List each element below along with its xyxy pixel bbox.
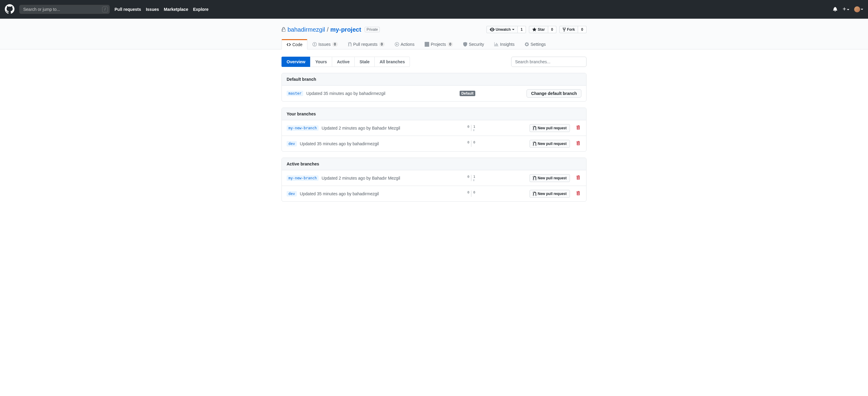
eye-icon xyxy=(490,27,495,32)
active-branches-header: Active branches xyxy=(282,158,586,170)
tab-security[interactable]: Security xyxy=(458,39,489,49)
search-wrap: / xyxy=(19,5,110,14)
subnav-overview[interactable]: Overview xyxy=(281,57,310,67)
nav-pull-requests[interactable]: Pull requests xyxy=(115,7,141,12)
repo-head: bahadirmezgil / my-project Private Unwat… xyxy=(0,19,868,50)
branch-row-master: master Updated 35 minutes ago by bahadir… xyxy=(282,86,586,101)
tab-pull-requests[interactable]: Pull requests 0 xyxy=(343,39,390,49)
subnav-all[interactable]: All branches xyxy=(374,57,410,67)
nav-issues[interactable]: Issues xyxy=(146,7,159,12)
branch-row: devUpdated 35 minutes ago by bahadirmezg… xyxy=(282,136,586,151)
branch-row: devUpdated 35 minutes ago by bahadirmezg… xyxy=(282,186,586,201)
repo-name-link[interactable]: my-project xyxy=(330,26,361,33)
tab-projects[interactable]: Projects 0 xyxy=(420,39,458,49)
behind-count: 0 xyxy=(467,190,470,194)
fork-button[interactable]: Fork xyxy=(559,26,578,33)
pr-icon xyxy=(533,141,536,146)
graph-icon xyxy=(494,42,498,47)
branch-name-link[interactable]: dev xyxy=(287,191,297,196)
fork-group: Fork 0 xyxy=(559,26,587,33)
tab-issues-label: Issues xyxy=(318,42,330,47)
star-button[interactable]: Star xyxy=(529,26,548,33)
change-default-branch-button[interactable]: Change default branch xyxy=(527,89,581,98)
branch-name-link[interactable]: dev xyxy=(287,141,297,147)
trash-icon xyxy=(577,141,580,146)
watch-count[interactable]: 1 xyxy=(518,26,526,33)
branch-search-input[interactable] xyxy=(511,57,587,67)
star-count[interactable]: 0 xyxy=(548,26,557,33)
tab-insights[interactable]: Insights xyxy=(489,39,520,49)
branch-name-link[interactable]: my-new-branch xyxy=(287,125,318,131)
ahead-count: 1 xyxy=(473,175,475,179)
repo-tabs: Code Issues 0 Pull requests 0 Actions Pr… xyxy=(281,39,587,49)
tab-issues[interactable]: Issues 0 xyxy=(307,39,343,49)
subnav-stale[interactable]: Stale xyxy=(354,57,375,67)
pr-icon xyxy=(348,42,352,47)
pr-icon xyxy=(533,126,536,130)
pr-icon xyxy=(533,191,536,196)
star-label: Star xyxy=(538,27,545,32)
slash-shortcut-badge: / xyxy=(102,7,108,12)
delete-branch-button[interactable] xyxy=(575,189,581,198)
trash-icon xyxy=(577,175,580,180)
ahead-count: 0 xyxy=(473,141,475,144)
trash-icon xyxy=(577,125,580,130)
create-new-dropdown[interactable] xyxy=(842,7,849,12)
default-badge: Default xyxy=(460,91,475,96)
repo-owner-link[interactable]: bahadirmezgil xyxy=(287,26,325,33)
default-branch-box: Default branch master Updated 35 minutes… xyxy=(281,73,587,101)
tab-insights-label: Insights xyxy=(500,42,515,47)
unwatch-button[interactable]: Unwatch xyxy=(487,26,518,33)
active-branches-box: Active branches my-new-branchUpdated 2 m… xyxy=(281,158,587,202)
delete-branch-button[interactable] xyxy=(575,140,581,148)
issue-icon xyxy=(313,42,317,47)
fork-icon xyxy=(563,27,566,32)
branch-name-link[interactable]: master xyxy=(287,91,303,96)
nav-marketplace[interactable]: Marketplace xyxy=(164,7,188,12)
repo-title: bahadirmezgil / my-project Private xyxy=(281,26,380,33)
pr-icon xyxy=(533,176,536,181)
ahead-behind-widget: 01 xyxy=(467,125,475,131)
tab-code[interactable]: Code xyxy=(281,39,307,50)
user-avatar xyxy=(854,6,860,12)
tab-actions[interactable]: Actions xyxy=(390,39,420,49)
plus-icon xyxy=(842,7,846,11)
global-search-input[interactable] xyxy=(19,5,110,14)
tab-settings[interactable]: Settings xyxy=(520,39,551,49)
trash-icon xyxy=(577,191,580,195)
ahead-behind-widget: 00 xyxy=(467,190,475,197)
watch-label: Unwatch xyxy=(496,27,511,32)
github-logo[interactable] xyxy=(5,4,14,15)
fork-count[interactable]: 0 xyxy=(578,26,587,33)
main-content: Overview Yours Active Stale All branches… xyxy=(281,50,587,215)
gear-icon xyxy=(525,42,529,47)
delete-branch-button[interactable] xyxy=(575,124,581,132)
ahead-count: 1 xyxy=(473,125,475,129)
new-pull-request-button[interactable]: New pull request xyxy=(530,140,570,148)
tab-prs-label: Pull requests xyxy=(353,42,378,47)
subnav-yours[interactable]: Yours xyxy=(310,57,332,67)
default-branch-header: Default branch xyxy=(282,73,586,86)
branch-meta: Updated 2 minutes ago by Bahadır Mezgil xyxy=(321,176,400,181)
tab-projects-label: Projects xyxy=(431,42,446,47)
behind-count: 0 xyxy=(467,141,470,144)
star-icon xyxy=(532,27,536,32)
new-pull-request-button[interactable]: New pull request xyxy=(530,174,570,182)
lock-icon xyxy=(281,27,286,32)
your-branches-header: Your branches xyxy=(282,108,586,120)
star-group: Star 0 xyxy=(529,26,556,33)
new-pull-request-button[interactable]: New pull request xyxy=(530,124,570,132)
ahead-behind-widget: 01 xyxy=(467,175,475,181)
notifications-button[interactable] xyxy=(833,7,838,12)
nav-explore[interactable]: Explore xyxy=(193,7,208,12)
delete-branch-button[interactable] xyxy=(575,174,581,182)
branch-meta: Updated 2 minutes ago by Bahadır Mezgil xyxy=(321,126,400,130)
github-logo-icon xyxy=(5,4,14,14)
subnav-active[interactable]: Active xyxy=(332,57,355,67)
branch-meta: Updated 35 minutes ago by bahadirmezgil xyxy=(300,141,379,146)
global-header: / Pull requests Issues Marketplace Explo… xyxy=(0,0,868,19)
issues-count-badge: 0 xyxy=(332,42,338,47)
new-pull-request-button[interactable]: New pull request xyxy=(530,190,570,198)
user-menu-dropdown[interactable] xyxy=(854,6,863,12)
branch-name-link[interactable]: my-new-branch xyxy=(287,175,318,181)
